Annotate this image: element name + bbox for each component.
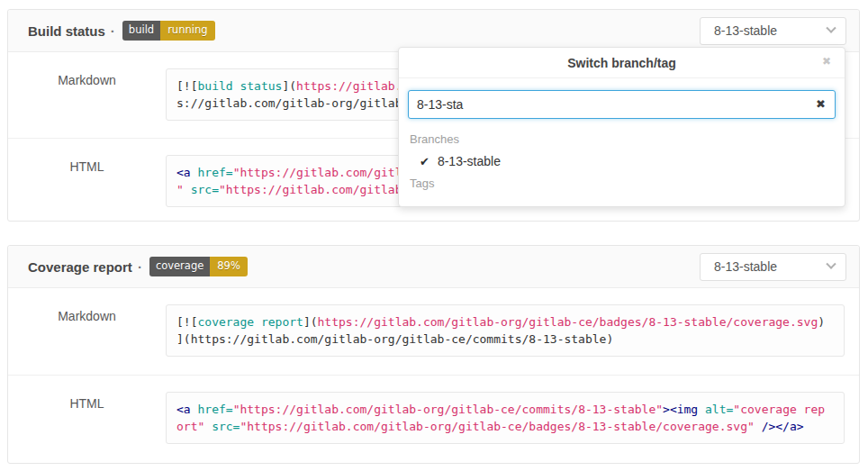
check-icon: ✔ [420, 155, 429, 168]
branch-search-input[interactable] [408, 90, 836, 119]
popup-search-area: ✖ [399, 78, 845, 119]
branch-selector-dropdown[interactable]: 8-13-stable [700, 17, 846, 45]
row-label-html: HTML [8, 139, 166, 222]
popup-header: Switch branch/tag ✖ [399, 48, 845, 78]
coverage-report-panel: Coverage report · coverage 89% 8-13-stab… [7, 245, 860, 464]
panel-title: Coverage report [28, 259, 132, 275]
branch-selector-dropdown[interactable]: 8-13-stable [700, 253, 846, 281]
branch-selector-value: 8-13-stable [714, 23, 777, 38]
html-snippet-box: <a href="https://gitlab.com/gitlab-org/g… [166, 392, 845, 444]
row-label-markdown: Markdown [8, 288, 166, 375]
popup-title: Switch branch/tag [567, 56, 676, 70]
badge-label: build [122, 21, 160, 41]
tags-group-label: Tags [410, 173, 834, 195]
branch-tag-list: Branches ✔ 8-13-stable Tags [399, 119, 845, 206]
build-status-badge: build running [122, 21, 215, 41]
switch-branch-popup: Switch branch/tag ✖ ✖ Branches ✔ 8-13-st… [398, 47, 845, 207]
coverage-report-panel-header: Coverage report · coverage 89% 8-13-stab… [8, 246, 859, 288]
branch-item-label: 8-13-stable [438, 154, 501, 168]
title-separator: · [111, 23, 115, 39]
panel-title: Build status [28, 23, 105, 39]
row-label-html: HTML [8, 376, 166, 463]
badge-label: coverage [149, 257, 210, 277]
markdown-row: Markdown [![coverage report](https://git… [8, 288, 859, 376]
chevron-down-icon [826, 23, 836, 33]
close-icon[interactable]: ✖ [822, 56, 831, 67]
title-separator: · [138, 259, 142, 275]
markdown-snippet-box: [![coverage report](https://gitlab.com/g… [166, 304, 845, 357]
branches-group-label: Branches [410, 129, 834, 150]
badge-value: 89% [210, 257, 248, 277]
badge-value: running [160, 21, 214, 41]
build-status-panel-header: Build status · build running 8-13-stable [8, 10, 859, 52]
coverage-badge: coverage 89% [149, 257, 248, 277]
chevron-down-icon [826, 259, 836, 269]
clear-search-icon[interactable]: ✖ [816, 98, 826, 110]
row-label-markdown: Markdown [8, 52, 166, 138]
branch-item-8-13-stable[interactable]: ✔ 8-13-stable [410, 150, 834, 173]
html-row: HTML <a href="https://gitlab.com/gitlab-… [8, 376, 859, 463]
branch-selector-value: 8-13-stable [714, 259, 777, 274]
